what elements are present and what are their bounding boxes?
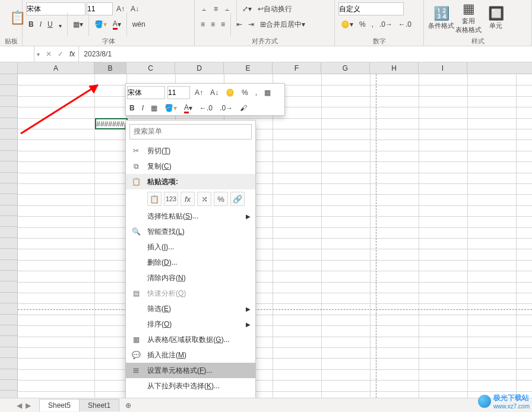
increase-font-icon[interactable]: A↑ xyxy=(114,4,127,14)
number-format-select[interactable] xyxy=(338,2,404,15)
wrap-text-button[interactable]: ↩ 自动换行 xyxy=(255,3,294,15)
paste-formatting-icon[interactable]: % xyxy=(214,192,228,206)
mini-decrease-font-icon[interactable]: A↓ xyxy=(208,87,221,98)
mini-italic[interactable]: I xyxy=(140,103,146,113)
percent-icon[interactable]: % xyxy=(357,19,368,30)
mini-border-icon[interactable]: ▦ xyxy=(148,103,160,113)
align-top-icon[interactable]: ⫠ xyxy=(198,4,210,14)
mini-accounting-icon[interactable]: 🪙 xyxy=(223,87,237,98)
column-header[interactable]: E xyxy=(224,62,273,74)
conditional-format-button[interactable]: 🔢条件格式 xyxy=(428,1,455,34)
tab-next-icon[interactable]: ▶ xyxy=(26,401,31,410)
align-label: 对齐方式 xyxy=(195,37,334,46)
font-color-button[interactable]: A▾ xyxy=(110,18,124,31)
menu-paste-special[interactable]: 选择性粘贴(S)...▶ xyxy=(126,208,255,224)
font-name-select[interactable] xyxy=(26,2,86,15)
tab-nav[interactable]: ◀▶ xyxy=(17,401,31,410)
add-sheet-button[interactable]: ⊕ xyxy=(122,401,134,410)
menu-filter[interactable]: 筛选(E)▶ xyxy=(126,301,255,316)
sheet-tab[interactable]: Sheet1 xyxy=(79,399,119,411)
paste-transpose-icon[interactable]: ⤭ xyxy=(197,192,211,206)
column-header[interactable]: D xyxy=(175,62,224,74)
column-header[interactable]: A xyxy=(18,62,94,74)
align-middle-icon[interactable]: ≡ xyxy=(211,4,220,14)
fx-icon[interactable]: fx xyxy=(69,50,75,58)
italic-button[interactable]: I xyxy=(37,19,44,30)
column-header[interactable]: I xyxy=(419,62,467,74)
align-left-icon[interactable]: ≡ xyxy=(198,19,207,30)
menu-insert[interactable]: 插入(I)... xyxy=(126,239,255,255)
paste-all-icon[interactable]: 📋 xyxy=(147,192,162,206)
mini-fill-color-icon[interactable]: 🪣▾ xyxy=(162,103,179,113)
row-headers xyxy=(0,74,18,407)
enter-icon[interactable]: ✓ xyxy=(58,50,64,58)
format-as-table-button[interactable]: ▦套用 表格格式 xyxy=(455,1,482,34)
comma-icon[interactable]: , xyxy=(369,19,376,30)
paste-values-icon[interactable]: 123 xyxy=(164,192,178,206)
menu-smart-lookup[interactable]: 🔍智能查找(L) xyxy=(126,224,255,239)
watermark-brand: 极光下载站 xyxy=(493,393,530,403)
mini-dec-decimal-icon[interactable]: ←.0 xyxy=(197,103,215,113)
font-size-select[interactable] xyxy=(87,2,113,15)
column-header[interactable]: F xyxy=(273,62,321,74)
menu-format-cells[interactable]: ⊞设置单元格格式(F)... xyxy=(126,363,255,378)
paste-link-icon[interactable]: 🔗 xyxy=(230,192,245,206)
watermark-logo-icon xyxy=(478,395,491,408)
menu-search-input[interactable] xyxy=(134,127,248,135)
watermark-url: www.xz7.com xyxy=(493,403,530,410)
cell-styles-button[interactable]: 🔲单元 xyxy=(482,1,509,34)
search-icon: 🔍 xyxy=(131,227,141,236)
menu-clear-contents[interactable]: 清除内容(N) xyxy=(126,270,255,286)
align-center-icon[interactable]: ≡ xyxy=(208,19,217,30)
cancel-icon[interactable]: ✕ xyxy=(46,50,52,58)
bold-button[interactable]: B xyxy=(26,19,36,30)
phonetic-button[interactable]: wén xyxy=(130,19,148,30)
menu-cut[interactable]: ✂剪切(T) xyxy=(126,143,255,159)
svg-line-0 xyxy=(21,85,98,134)
mini-bold[interactable]: B xyxy=(127,103,137,113)
menu-sort[interactable]: 排序(O)▶ xyxy=(126,316,255,332)
indent-left-icon[interactable]: ⇤ xyxy=(234,19,245,30)
tab-prev-icon[interactable]: ◀ xyxy=(17,401,22,410)
align-right-icon[interactable]: ≡ xyxy=(218,19,227,30)
menu-copy[interactable]: ⧉复制(C) xyxy=(126,159,255,174)
menu-pick-from-list[interactable]: 从下拉列表中选择(K)... xyxy=(126,378,255,394)
decrease-decimal-icon[interactable]: ←.0 xyxy=(396,19,414,30)
increase-decimal-icon[interactable]: .0→ xyxy=(377,19,395,30)
border-button[interactable]: ▦▾ xyxy=(71,19,86,30)
decrease-font-icon[interactable]: A↓ xyxy=(128,4,141,14)
orientation-icon[interactable]: ⤢▾ xyxy=(240,4,254,14)
merge-center-button[interactable]: ⊞ 合并后居中▾ xyxy=(258,18,308,31)
chevron-right-icon: ▶ xyxy=(246,321,251,328)
menu-delete[interactable]: 删除(D)... xyxy=(126,255,255,270)
select-all-corner[interactable] xyxy=(0,62,18,74)
mini-format-painter-icon[interactable]: ▦ xyxy=(262,87,273,98)
menu-insert-comment[interactable]: 💬插入批注(M) xyxy=(126,347,255,363)
sheet-tab-active[interactable]: Sheet5 xyxy=(39,399,80,411)
column-header[interactable]: H xyxy=(370,62,419,74)
paste-formulas-icon[interactable]: fx xyxy=(180,192,195,206)
mini-inc-decimal-icon[interactable]: .0→ xyxy=(217,103,235,113)
accounting-icon[interactable]: 🪙▾ xyxy=(338,19,356,30)
menu-search[interactable] xyxy=(129,124,252,140)
column-header[interactable]: C xyxy=(126,62,175,74)
mini-increase-font-icon[interactable]: A↑ xyxy=(192,87,205,98)
mini-format-brush-icon[interactable]: 🖌 xyxy=(238,103,249,113)
scissors-icon: ✂ xyxy=(131,147,141,155)
formula-input[interactable]: 2023/8/1 xyxy=(79,50,532,58)
column-header[interactable]: G xyxy=(321,62,370,74)
indent-right-icon[interactable]: ⇥ xyxy=(246,19,256,30)
align-bottom-icon[interactable]: ⫠ xyxy=(221,4,233,14)
mini-percent-icon[interactable]: % xyxy=(239,87,251,98)
fill-color-button[interactable]: 🪣▾ xyxy=(92,19,109,30)
mini-font-size[interactable] xyxy=(167,86,190,99)
underline-button[interactable]: U xyxy=(45,19,55,30)
menu-quick-analysis: ▤快速分析(Q) xyxy=(126,286,255,301)
column-header[interactable]: B xyxy=(94,62,126,74)
paste-options-row: 📋 123 fx ⤭ % 🔗 xyxy=(126,189,255,208)
mini-comma-icon[interactable]: , xyxy=(253,87,259,98)
menu-from-table[interactable]: ▦从表格/区域获取数据(G)... xyxy=(126,332,255,347)
mini-font-name[interactable] xyxy=(127,86,165,99)
mini-font-color-icon[interactable]: A▾ xyxy=(182,102,195,115)
name-box[interactable] xyxy=(0,46,34,62)
